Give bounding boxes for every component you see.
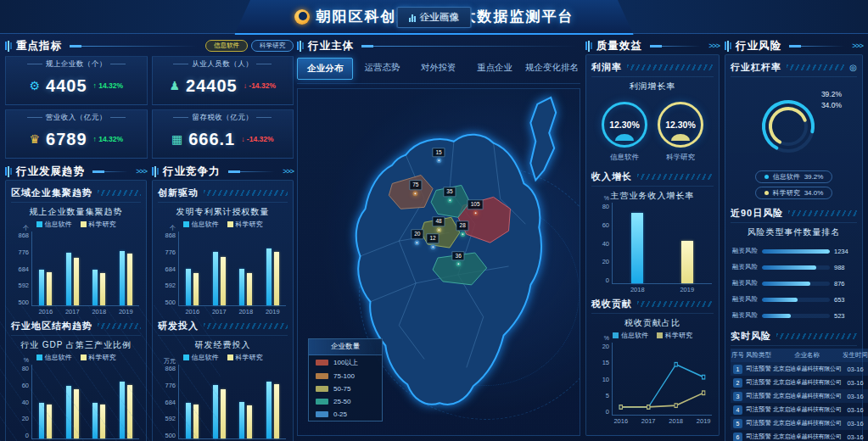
x-tick: 2019: [697, 417, 711, 425]
map-marker-75[interactable]: 75: [409, 180, 422, 196]
map-marker-48[interactable]: 48: [432, 217, 445, 233]
occur-date: 03-16: [842, 376, 868, 389]
chart-cluster_trend: 规上企业数量集聚趋势信息软件科学研究个868776684592500201620…: [11, 203, 141, 306]
pin-icon: [436, 227, 441, 232]
pin-icon: [413, 191, 418, 196]
table-row[interactable]: 2 司法预警 北京启迪卓越科技有限公司 03-16: [731, 376, 868, 389]
competitiveness-panel: 创新驱动 发明专利累计授权数量信息软件科学研究个8687766845925002…: [152, 180, 294, 441]
indicator-value: 24405: [186, 76, 238, 96]
map-marker-35[interactable]: 35: [443, 187, 456, 203]
map-marker-36[interactable]: 36: [452, 251, 465, 267]
legend-label: 100以上: [333, 358, 358, 367]
legend-label: 50-75: [333, 385, 350, 393]
bar: [266, 248, 272, 305]
people-icon: ♟: [170, 80, 181, 92]
bar: [186, 403, 191, 438]
x-tick: 2016: [38, 308, 53, 315]
industry-trend-header: 行业发展趋势 >>>: [5, 163, 147, 180]
bar: [66, 253, 71, 305]
tab-0[interactable]: 企业分布: [297, 58, 353, 80]
table-row[interactable]: 6 司法预警 北京启迪卓越科技有限公司 03-16: [731, 430, 868, 441]
more-arrows-icon[interactable]: >>>: [852, 42, 863, 50]
marker-value: 20: [411, 230, 423, 240]
profit-chart-title: 利润增长率: [591, 77, 714, 93]
hbar-label: 融资风险: [732, 279, 758, 287]
legend-label: 0-25: [333, 410, 347, 418]
subsection-title: 研发投入: [158, 320, 199, 332]
legend-label: 25-50: [333, 398, 350, 405]
indicator-card-0: 规上企业数（个） ⚙ 4405 ↑ 14.32%: [5, 56, 148, 105]
x-tick: 2018: [669, 417, 683, 425]
bar: [213, 252, 218, 305]
table-column-header: 风险类型: [745, 349, 772, 362]
legend-swatch: [316, 373, 328, 379]
bar: [239, 402, 244, 438]
tab-4[interactable]: 规企变化排名: [524, 58, 580, 80]
chart-gdp_ratio: 行业 GDP 占第三产业比例信息软件科学研究%80604020020162017…: [11, 336, 141, 439]
table-row[interactable]: 5 司法预警 北京启迪卓越科技有限公司 03-16: [731, 416, 868, 430]
map-marker-20[interactable]: 20: [411, 230, 423, 246]
legend-entry: 信息软件: [36, 353, 72, 362]
y-axis: 个868776684592500: [160, 232, 178, 306]
hatch-decoration: [98, 190, 141, 196]
competitiveness-header: 行业竞争力 >>>: [152, 163, 294, 180]
gauge-label: 科学研究: [666, 153, 695, 163]
gauge-value: 12.30%: [609, 120, 640, 130]
bar: [221, 257, 226, 305]
tab-2[interactable]: 对外投资: [412, 58, 466, 80]
plot-area: 2016201720182019: [178, 232, 286, 306]
bar: [681, 241, 693, 283]
map-marker-105[interactable]: 105: [468, 199, 484, 215]
bar: [92, 270, 98, 305]
map-legend-row: 25-50: [309, 395, 382, 408]
legend-swatch: [316, 386, 328, 392]
filter-tag-0[interactable]: 信息软件: [205, 40, 248, 52]
header-divider: [70, 46, 198, 47]
indicator-value: 4405: [46, 76, 87, 96]
more-arrows-icon[interactable]: >>>: [136, 167, 147, 176]
nav-enterprise-portrait[interactable]: 企业画像: [396, 7, 472, 28]
legend-dot-icon: [764, 191, 769, 195]
industry-trend-panel: 区域企业集聚趋势 规上企业数量集聚趋势信息软件科学研究个868776684592…: [5, 180, 147, 441]
map-marker-15[interactable]: 15: [432, 148, 445, 164]
company-name: 北京启迪卓越科技有限公司: [772, 403, 842, 416]
info-icon[interactable]: ◎: [849, 63, 857, 72]
more-arrows-icon[interactable]: >>>: [283, 167, 294, 176]
leverage-values: 39.2%34.0%: [821, 89, 842, 111]
hbar-value: 1234: [834, 248, 855, 255]
risk-type: 司法预警: [745, 430, 772, 441]
nav-enterprise-portrait-label: 企业画像: [420, 11, 459, 24]
more-arrows-icon[interactable]: >>>: [708, 42, 720, 50]
gauge-ring: 12.30%: [658, 102, 703, 148]
legend-swatch: [316, 399, 328, 405]
legend-entry: 信息软件: [183, 220, 219, 229]
hatch-decoration: [204, 190, 288, 196]
tab-3[interactable]: 重点企业: [468, 58, 522, 80]
industry-trend-title: 行业发展趋势: [16, 165, 85, 179]
table-row[interactable]: 1 司法预警 北京启迪卓越科技有限公司 03-16: [731, 362, 868, 376]
table-row[interactable]: 4 司法预警 北京启迪卓越科技有限公司 03-16: [731, 403, 868, 416]
map-marker-28[interactable]: 28: [456, 220, 469, 237]
pin-icon: [447, 198, 452, 203]
bar: [274, 384, 279, 438]
industry-filter-tags: 信息软件科学研究: [205, 40, 294, 52]
bar: [213, 385, 218, 438]
recent-risk-subheader: 近90日风险: [731, 204, 857, 223]
platform-logo: [294, 9, 310, 25]
key-indicators-title: 重点指标: [16, 39, 62, 53]
realtime-risk-table: 序号风险类型企业名称发生时间 1 司法预警 北京启迪卓越科技有限公司 03-16…: [731, 349, 868, 441]
occur-date: 03-16: [842, 389, 868, 403]
table-row[interactable]: 3 司法预警 北京启迪卓越科技有限公司 03-16: [731, 389, 868, 403]
company-name: 北京启迪卓越科技有限公司: [772, 430, 842, 441]
indicator-card-1: 从业人员数（人） ♟ 24405 ↓ -14.32%: [152, 56, 294, 105]
pin-icon: [415, 240, 420, 245]
map-marker-12[interactable]: 12: [426, 234, 439, 250]
leverage-subtitle: 行业杠杆率: [731, 61, 781, 74]
profit-gauge-0: 12.30% 信息软件: [602, 102, 647, 163]
header-divider: [650, 46, 701, 47]
x-tick: 2018: [630, 286, 645, 293]
tab-1[interactable]: 运营态势: [355, 58, 409, 80]
filter-tag-1[interactable]: 科学研究: [251, 40, 294, 52]
realtime-risk-subtitle: 实时风险: [731, 330, 771, 343]
profit-subheader: 利润率: [591, 59, 714, 77]
